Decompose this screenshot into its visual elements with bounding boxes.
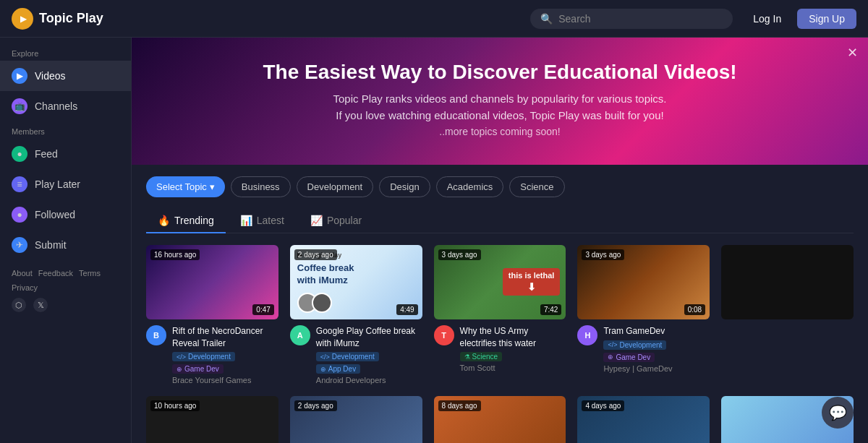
sidebar-footer: About Feedback Terms Privacy ⬡ 𝕏 [0,260,131,321]
channel-avatar-2: A [290,325,310,345]
sidebar: Explore ▶ Videos 📺 Channels Members ● Fe… [0,38,132,443]
latest-icon: 📊 [240,215,252,226]
video-info-1: B Rift of the NecroDancer Reveal Trailer… [146,325,278,385]
channels-icon: 📺 [12,98,27,114]
tag-gamedev-4: ⊕ Game Dev [603,353,655,362]
video-channel-4: Hypesy | GameDev [603,364,710,373]
channel-avatar-1: B [146,325,166,345]
tab-popular[interactable]: 📈 Popular [299,209,373,233]
video-card-6[interactable]: 10 hours ago [146,396,278,443]
video-duration-3: 7:42 [540,304,561,315]
video-info-2: A Google Play Coffee break with iMumz </… [290,325,422,385]
topic-button-development[interactable]: Development [297,176,374,197]
video-age-4: 3 days ago [582,249,624,260]
video-age-2: 2 days ago [294,249,337,260]
video-card-3[interactable]: this is lethal ⬇ 3 days ago 7:42 T Why t… [434,245,566,384]
sidebar-item-videos[interactable]: ▶ Videos [0,61,131,91]
video-thumb-3: this is lethal ⬇ 3 days ago 7:42 [434,245,566,319]
sidebar-label-play-later: Play Later [35,179,80,190]
video-thumb-4: 3 days ago 0:08 [577,245,710,319]
video-duration-1: 0:47 [252,304,273,315]
sidebar-item-feed[interactable]: ● Feed [0,139,131,169]
video-age-7: 2 days ago [294,400,337,411]
video-card-1[interactable]: 16 hours ago 0:47 B Rift of the NecroDan… [146,245,278,384]
footer-terms[interactable]: Terms [79,269,101,278]
twitter-icon[interactable]: 𝕏 [33,298,48,312]
topic-button-academics[interactable]: Academics [436,176,504,197]
playlater-icon: ≡ [12,176,27,192]
explore-label: Explore [0,43,131,61]
footer-links: About Feedback Terms Privacy [12,269,119,292]
video-card-9[interactable]: 4 days ago [577,396,710,443]
video-card-5[interactable] [721,245,854,384]
video-card-8[interactable]: 8 days ago [434,396,566,443]
topic-button-design[interactable]: Design [379,176,430,197]
video-title-4: Tram GameDev [603,325,710,337]
video-card-7[interactable]: 2 days ago [290,396,422,443]
tag-dev-4: </> Development [603,340,666,350]
video-thumb-2: ▶ Google Play Coffee breakwith iMumz 2 d… [290,245,422,319]
logo-text: Topic Play [39,11,103,26]
hero-banner: ✕ The Easiest Way to Discover Educationa… [132,38,868,165]
followed-icon: ● [12,207,27,223]
lethal-badge: this is lethal ⬇ [503,268,561,296]
video-grid-row1: 16 hours ago 0:47 B Rift of the NecroDan… [146,245,854,384]
hero-subtitle: Topic Play ranks videos and channels by … [146,93,854,105]
chevron-down-icon: ▾ [210,181,215,192]
nav-actions: Log In Sign Up [744,9,856,29]
video-channel-2: Android Developers [316,376,422,384]
tab-latest[interactable]: 📊 Latest [229,209,296,233]
video-meta-1: Rift of the NecroDancer Reveal Trailer <… [172,325,278,385]
sidebar-item-channels[interactable]: 📺 Channels [0,91,131,121]
video-title-2: Google Play Coffee break with iMumz [316,325,422,350]
select-topic-button[interactable]: Select Topic ▾ [146,176,225,197]
logo: Topic Play [12,8,103,30]
hero-close-button[interactable]: ✕ [847,45,858,61]
chat-button[interactable]: 💬 [822,397,854,429]
hero-title: The Easiest Way to Discover Educational … [146,61,854,84]
video-info-3: T Why the US Army electrifies this water… [434,325,566,373]
sidebar-label-channels: Channels [35,100,77,112]
sidebar-item-play-later[interactable]: ≡ Play Later [0,169,131,199]
topic-button-business[interactable]: Business [231,176,291,197]
tab-trending[interactable]: 🔥 Trending [146,209,226,233]
video-age-9: 4 days ago [582,400,624,411]
video-card-4[interactable]: 3 days ago 0:08 H Tram GameDev </> Devel… [577,245,710,384]
github-icon[interactable]: ⬡ [12,298,26,312]
footer-feedback[interactable]: Feedback [38,269,73,278]
search-bar: 🔍 [530,9,733,29]
chat-icon: 💬 [829,404,847,421]
search-icon: 🔍 [540,13,553,25]
footer-about[interactable]: About [12,269,33,278]
submit-icon: ✈ [12,237,27,253]
sidebar-label-videos: Videos [35,70,66,82]
sidebar-item-submit[interactable]: ✈ Submit [0,230,131,260]
tag-dev-2: </> Development [316,352,379,361]
sidebar-item-followed[interactable]: ● Followed [0,199,131,230]
video-age-8: 8 days ago [438,400,481,411]
video-meta-2: Google Play Coffee break with iMumz </> … [316,325,422,385]
tag-gamedev-1: ⊕ Game Dev [172,364,224,374]
video-tags-2: </> Development ⊕ App Dev [316,352,422,374]
channel-avatar-4: H [577,325,597,345]
hero-description: If you love watching educational videos,… [146,109,854,121]
video-thumb-7: 2 days ago [290,396,422,443]
video-thumb-8: 8 days ago [434,396,566,443]
topic-button-science[interactable]: Science [509,176,564,197]
logo-icon [12,8,33,30]
signup-button[interactable]: Sign Up [797,9,856,29]
video-channel-1: Brace Yourself Games [172,376,278,384]
video-channel-3: Tom Scott [460,364,566,372]
video-duration-2: 4:49 [396,304,417,315]
content-area: Select Topic ▾ Business Development Desi… [132,165,868,443]
search-input[interactable] [558,13,723,25]
tag-science-3: ⚗ Science [460,352,503,361]
login-button[interactable]: Log In [744,9,790,29]
layout: Explore ▶ Videos 📺 Channels Members ● Fe… [0,38,868,443]
tag-appdev-2: ⊕ App Dev [316,364,360,374]
video-card-2[interactable]: ▶ Google Play Coffee breakwith iMumz 2 d… [290,245,422,384]
footer-privacy[interactable]: Privacy [12,283,38,292]
tag-dev-1: </> Development [172,352,235,361]
tabs: 🔥 Trending 📊 Latest 📈 Popular [146,209,854,233]
video-age-1: 16 hours ago [150,249,200,260]
